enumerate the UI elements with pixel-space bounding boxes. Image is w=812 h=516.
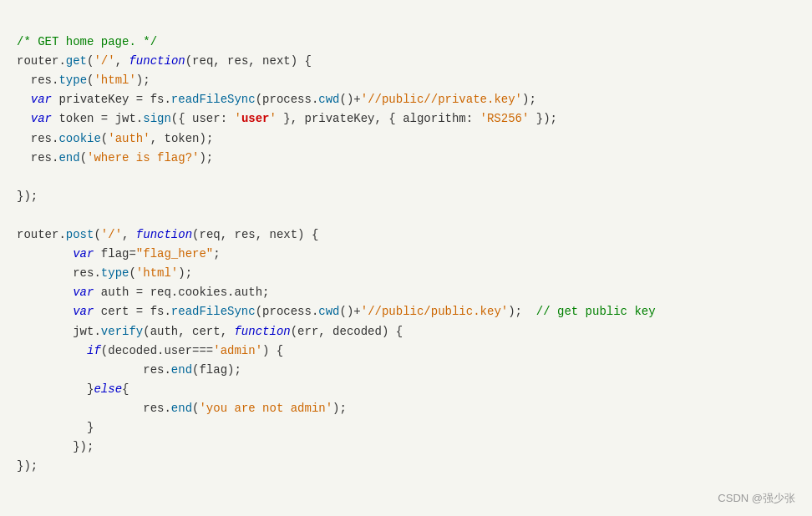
line-var-flag: var flag="flag_here"; <box>17 247 221 261</box>
line-close-if: } <box>17 421 94 434</box>
line-res-end-not-admin: res.end('you are not admin'); <box>17 402 347 415</box>
code-container: /* GET home page. */ router.get('/', fun… <box>0 0 812 516</box>
code-block: /* GET home page. */ router.get('/', fun… <box>17 13 795 495</box>
line-res-end-1: res.end('where is flag?'); <box>17 151 213 164</box>
line-var-token: var token = jwt.sign({ user: 'user' }, p… <box>17 112 557 125</box>
line-res-type-2: res.type('html'); <box>17 266 192 280</box>
line-res-cookie: res.cookie('auth', token); <box>17 132 213 145</box>
line-var-cert: var cert = fs.readFileSync(process.cwd()… <box>17 305 656 318</box>
line-var-privatekey: var privateKey = fs.readFileSync(process… <box>17 93 536 106</box>
line-var-auth: var auth = req.cookies.auth; <box>17 286 269 299</box>
line-router-post: router.post('/', function(req, res, next… <box>17 228 318 241</box>
line-close-1: }); <box>17 190 38 203</box>
line-jwt-verify: jwt.verify(auth, cert, function(err, dec… <box>17 325 403 338</box>
line-router-get: router.get('/', function(req, res, next)… <box>17 54 312 68</box>
line-else: }else{ <box>17 382 129 396</box>
line-close-verify: }); <box>17 440 94 453</box>
line-if-admin: if(decoded.user==='admin') { <box>17 344 283 357</box>
line-res-type-1: res.type('html'); <box>17 73 150 87</box>
line-close-2: }); <box>17 459 38 473</box>
line-comment: /* GET home page. */ <box>17 35 157 48</box>
line-res-end-flag: res.end(flag); <box>17 363 241 377</box>
watermark: CSDN @强少张 <box>718 491 795 506</box>
user-value: user <box>241 112 270 125</box>
